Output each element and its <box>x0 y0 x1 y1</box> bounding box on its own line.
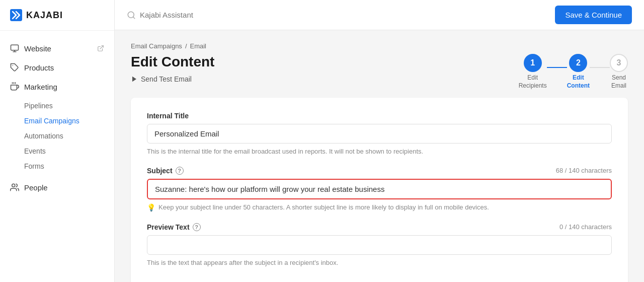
search-icon <box>127 11 136 20</box>
people-label: People <box>24 183 48 192</box>
sidebar-item-events[interactable]: Events <box>24 144 114 159</box>
subject-input[interactable] <box>147 179 612 199</box>
products-icon <box>10 63 19 72</box>
save-continue-button[interactable]: Save & Continue <box>555 6 632 24</box>
step-connector-2-3 <box>590 67 610 68</box>
subject-char-count: 68 / 140 characters <box>556 167 612 174</box>
sidebar-item-products[interactable]: Products <box>0 58 114 77</box>
svg-point-7 <box>12 184 15 187</box>
sidebar-item-email-campaigns[interactable]: Email Campaigns <box>24 113 114 128</box>
preview-text-group: Preview Text ? 0 / 140 characters This i… <box>147 223 612 268</box>
step-3-label: SendEmail <box>611 74 626 90</box>
marketing-icon <box>10 82 19 91</box>
bulb-icon: 💡 <box>147 202 155 213</box>
send-test-icon <box>131 76 138 83</box>
marketing-subnav: Pipelines Email Campaigns Automations Ev… <box>0 98 114 174</box>
sidebar: KAJABI Website Products Marketing Pipeli… <box>0 0 115 282</box>
internal-title-input[interactable] <box>147 124 612 144</box>
main-area: Save & Continue Email Campaigns / Email … <box>115 0 644 282</box>
breadcrumb-separator: / <box>185 42 187 50</box>
step-connector-1-2 <box>547 67 567 68</box>
website-icon <box>10 44 19 53</box>
step-2-label: EditContent <box>567 74 590 90</box>
nav: Website Products Marketing Pipelines Ema… <box>0 31 114 282</box>
kajabi-logo-icon <box>10 9 22 21</box>
svg-marker-10 <box>132 77 136 82</box>
subject-warning-text: Keep your subject line under 50 characte… <box>158 202 489 213</box>
sidebar-item-pipelines[interactable]: Pipelines <box>24 98 114 113</box>
send-test-email-button[interactable]: Send Test Email <box>131 75 214 83</box>
step-1-label: EditRecipients <box>519 74 547 90</box>
preview-text-char-count: 0 / 140 characters <box>559 223 612 231</box>
page-header-row: Edit Content Send Test Email 1 EditRecip… <box>131 54 628 90</box>
preview-text-hint: This is the text that appears after the … <box>147 258 612 268</box>
sidebar-item-marketing[interactable]: Marketing <box>0 77 114 96</box>
sidebar-item-automations[interactable]: Automations <box>24 128 114 144</box>
svg-line-9 <box>133 17 134 18</box>
sidebar-item-forms[interactable]: Forms <box>24 159 114 174</box>
svg-line-2 <box>100 46 103 49</box>
step-3-circle: 3 <box>610 54 628 72</box>
step-3[interactable]: 3 SendEmail <box>610 54 628 90</box>
step-1[interactable]: 1 EditRecipients <box>519 54 547 90</box>
internal-title-hint: This is the internal title for the email… <box>147 147 612 157</box>
subject-group: Subject ? 68 / 140 characters 💡 Keep you… <box>147 167 612 213</box>
subject-label-left: Subject ? <box>147 167 184 175</box>
preview-text-label-left: Preview Text ? <box>147 223 201 231</box>
preview-text-label: Preview Text <box>147 223 190 231</box>
search-area[interactable] <box>127 11 240 20</box>
search-input[interactable] <box>140 11 240 19</box>
marketing-label: Marketing <box>24 83 57 91</box>
internal-title-label: Internal Title <box>147 112 612 120</box>
content-area: Email Campaigns / Email Edit Content Sen… <box>115 30 644 282</box>
logo-text: KAJABI <box>26 10 63 21</box>
page-title: Edit Content <box>131 54 214 70</box>
topbar: Save & Continue <box>115 0 644 30</box>
step-2[interactable]: 2 EditContent <box>567 54 590 90</box>
products-label: Products <box>24 63 54 72</box>
sidebar-item-website[interactable]: Website <box>0 39 114 58</box>
subject-help-icon[interactable]: ? <box>176 167 184 175</box>
page-title-section: Edit Content Send Test Email <box>131 54 214 83</box>
preview-text-help-icon[interactable]: ? <box>193 223 201 231</box>
website-label: Website <box>24 44 51 53</box>
breadcrumb-parent[interactable]: Email Campaigns <box>131 42 182 50</box>
breadcrumb-current: Email <box>190 42 207 50</box>
external-link-icon <box>97 45 104 52</box>
subject-label: Subject <box>147 167 173 175</box>
step-1-circle: 1 <box>524 54 542 72</box>
form-card: Internal Title This is the internal titl… <box>131 98 628 282</box>
preview-text-label-row: Preview Text ? 0 / 140 characters <box>147 223 612 231</box>
subject-label-row: Subject ? 68 / 140 characters <box>147 167 612 175</box>
step-2-circle: 2 <box>569 54 587 72</box>
subject-warning: 💡 Keep your subject line under 50 charac… <box>147 202 612 213</box>
sidebar-item-people[interactable]: People <box>0 178 114 197</box>
send-test-label: Send Test Email <box>141 75 192 83</box>
people-icon <box>10 183 19 192</box>
stepper: 1 EditRecipients 2 EditContent 3 SendEma… <box>519 54 628 90</box>
logo-area: KAJABI <box>0 0 114 31</box>
internal-title-group: Internal Title This is the internal titl… <box>147 112 612 157</box>
breadcrumb: Email Campaigns / Email <box>131 42 628 50</box>
svg-rect-1 <box>11 45 19 50</box>
preview-text-input[interactable] <box>147 235 612 255</box>
